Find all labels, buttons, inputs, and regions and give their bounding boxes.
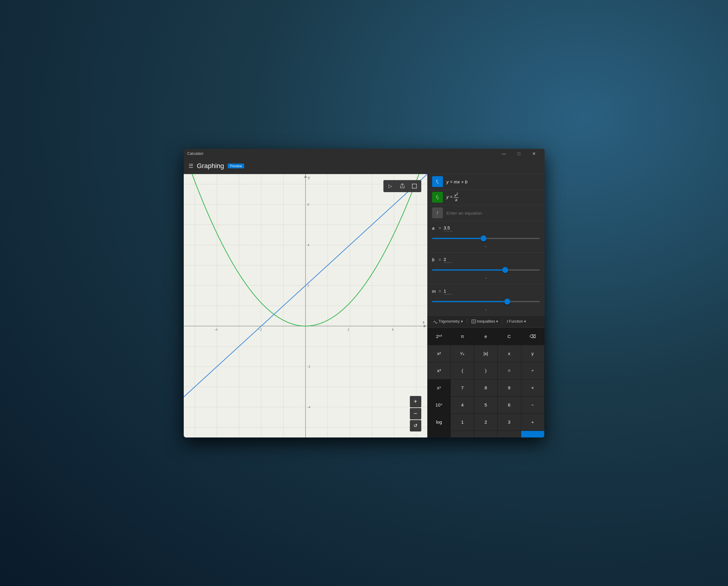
function-input-3[interactable]: [446, 210, 540, 216]
function-badge-label-1: f1: [436, 179, 439, 184]
slider-container-m: [432, 297, 540, 307]
key-7-button[interactable]: |x|: [474, 345, 497, 362]
slider-container-b: [432, 266, 540, 275]
app-header: ☰ Graphing Preview: [184, 158, 545, 174]
key-26-button[interactable]: 1: [451, 414, 474, 431]
inequalities-button[interactable]: Inequalities ▾: [469, 318, 501, 325]
separator-2: [502, 318, 502, 324]
slider-fill-m: [432, 301, 508, 302]
key-9-button[interactable]: y: [521, 345, 544, 362]
key-29-button[interactable]: +: [521, 414, 544, 431]
key-20-button[interactable]: 10ˣ: [427, 397, 451, 414]
select-tool-button[interactable]: ▷: [385, 181, 396, 191]
key-5-button[interactable]: x²: [427, 345, 451, 362]
function-badge-1: f1: [432, 176, 443, 187]
key-10-button[interactable]: x³: [427, 362, 451, 379]
hamburger-icon[interactable]: ☰: [188, 163, 193, 169]
trig-label: Trigonometry: [439, 319, 460, 323]
key-22-button[interactable]: 5: [474, 397, 497, 414]
app-title: Graphing: [197, 162, 224, 170]
slider-track-m[interactable]: [432, 301, 540, 302]
slider-thumb-b[interactable]: [502, 267, 508, 273]
close-button[interactable]: ✕: [527, 149, 541, 158]
key-31-button[interactable]: +/−: [451, 431, 474, 437]
slider-track-a[interactable]: [432, 238, 540, 239]
variable-section-a: a = 3.5 ⌄: [427, 221, 545, 252]
slider-thumb-a[interactable]: [480, 235, 487, 241]
keyboard-grid: 2ⁿᵈπeC⌫x²¹⁄ₓ|x|xyx³()=÷xʸ789×10ˣ456−log1…: [427, 328, 545, 437]
calculator-window: Calculator — □ ✕ ☰ Graphing Preview ▷: [184, 149, 545, 437]
slider-track-b[interactable]: [432, 269, 540, 271]
var-value-b: 2: [444, 257, 452, 263]
slider-fill-a: [432, 238, 484, 239]
var-equals-a: =: [439, 225, 441, 231]
key-24-button[interactable]: −: [521, 397, 544, 414]
var-expand-b[interactable]: ⌄: [432, 275, 540, 279]
trig-button[interactable]: Trigonometry ▾: [431, 318, 465, 325]
slider-container-a: [432, 234, 540, 244]
var-label-b: b: [432, 257, 436, 262]
function-item-3[interactable]: f: [427, 205, 545, 221]
svg-rect-0: [412, 184, 416, 188]
function-badge-2: f2: [432, 192, 443, 203]
zoom-in-button[interactable]: +: [410, 396, 421, 407]
minimize-button[interactable]: —: [497, 149, 511, 158]
key-14-button[interactable]: ÷: [521, 362, 544, 379]
key-32-button[interactable]: 0: [474, 431, 497, 437]
key-33-button[interactable]: .: [498, 431, 521, 437]
slider-thumb-m[interactable]: [504, 298, 510, 304]
key-30-button[interactable]: ln: [427, 431, 451, 437]
key-13-button[interactable]: =: [498, 362, 521, 379]
key-8-button[interactable]: x: [498, 345, 521, 362]
var-value-a: 3.5: [444, 225, 452, 231]
ineq-icon: [471, 319, 476, 323]
main-content: ▷: [184, 174, 545, 437]
func-label: Function: [509, 319, 523, 323]
func-icon: f: [507, 319, 508, 324]
function-button[interactable]: f Function ▾: [504, 318, 528, 325]
key-11-button[interactable]: (: [451, 362, 474, 379]
key-0-button[interactable]: 2ⁿᵈ: [427, 328, 451, 345]
key-34-button[interactable]: ↵: [521, 431, 544, 437]
function-badge-label-3: f: [437, 210, 438, 216]
key-17-button[interactable]: 8: [474, 379, 497, 396]
key-27-button[interactable]: 2: [474, 414, 497, 431]
var-label-a: a: [432, 225, 436, 231]
title-bar: Calculator — □ ✕: [184, 149, 545, 158]
share-tool-button[interactable]: [397, 181, 408, 191]
key-6-button[interactable]: ¹⁄ₓ: [451, 345, 474, 362]
ineq-chevron: ▾: [496, 319, 498, 323]
key-1-button[interactable]: π: [451, 328, 474, 345]
fullscreen-tool-button[interactable]: [409, 181, 420, 191]
maximize-button[interactable]: □: [512, 149, 526, 158]
zoom-reset-button[interactable]: ↺: [410, 420, 421, 431]
key-16-button[interactable]: 7: [451, 379, 474, 396]
window-title: Calculator: [187, 152, 204, 156]
zoom-out-button[interactable]: −: [410, 408, 421, 420]
key-12-button[interactable]: ): [474, 362, 497, 379]
function-item-1[interactable]: f1 y = mx + b: [427, 174, 545, 190]
key-3-button[interactable]: C: [498, 328, 521, 345]
var-label-m: m: [432, 289, 436, 294]
ineq-label: Inequalities: [477, 319, 495, 323]
key-28-button[interactable]: 3: [498, 414, 521, 431]
title-bar-controls: — □ ✕: [497, 149, 541, 158]
key-4-button[interactable]: ⌫: [521, 328, 544, 345]
key-23-button[interactable]: 6: [498, 397, 521, 414]
key-25-button[interactable]: log: [427, 414, 451, 431]
var-expand-m[interactable]: ⌄: [432, 307, 540, 311]
key-19-button[interactable]: ×: [521, 379, 544, 396]
variable-row-b: b = 2: [432, 257, 540, 263]
var-expand-a[interactable]: ⌄: [432, 244, 540, 248]
keyboard-toolbar: Trigonometry ▾ Inequalities ▾: [427, 316, 545, 328]
key-15-button[interactable]: xʸ: [427, 379, 451, 396]
variable-section-b: b = 2 ⌄: [427, 252, 545, 284]
slider-fill-b: [432, 269, 505, 271]
function-item-2[interactable]: f2 y = x2a: [427, 190, 545, 205]
variable-section-m: m = 1 ⌄: [427, 284, 545, 316]
key-21-button[interactable]: 4: [451, 397, 474, 414]
func-chevron: ▾: [524, 319, 526, 323]
var-equals-m: =: [439, 289, 441, 294]
key-18-button[interactable]: 9: [498, 379, 521, 396]
key-2-button[interactable]: e: [474, 328, 497, 345]
